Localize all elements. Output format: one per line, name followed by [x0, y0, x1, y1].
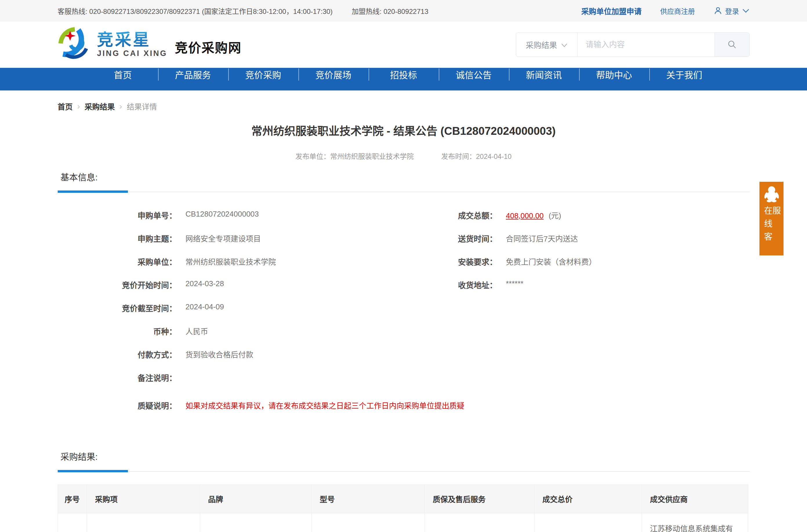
nav-item-about-us[interactable]: 关于我们 — [649, 68, 719, 81]
nav-item-products[interactable]: 产品服务 — [158, 68, 228, 81]
main-nav: 首页 产品服务 竞价采购 竞价展场 招投标 诚信公告 新闻资讯 帮助中心 关于我… — [0, 68, 807, 91]
field-install-requirement: 安装要求： 免费上门安装（含材料费） — [377, 256, 597, 279]
amount-unit: (元) — [549, 211, 561, 220]
search-group: 采购结果 — [516, 33, 750, 57]
login-label: 登录 — [725, 6, 739, 16]
table-row: 1 网络安全专项建设 无 无 按行业标准提供服务 408,000.00 江苏移动… — [58, 513, 748, 532]
nav-item-home[interactable]: 首页 — [88, 68, 158, 81]
cell-index: 1 — [58, 513, 87, 532]
cell-warranty: 按行业标准提供服务 — [425, 513, 534, 532]
field-objection-notice: 质疑说明： 如果对成交结果有异议，请在发布成交结果之日起三个工作日内向采购单位提… — [58, 400, 465, 423]
field-delivery-time: 送货时间： 合同签订后7天内送达 — [377, 233, 597, 256]
search-button[interactable] — [714, 33, 749, 57]
breadcrumb-separator-icon: › — [77, 102, 80, 111]
search-category-value: 采购结果 — [526, 39, 557, 51]
basic-info-fields: 申购单号： CB128072024000003 申购主题： 网络安全专项建设项目… — [58, 210, 750, 418]
purchase-unit-join-link[interactable]: 采购单位加盟申请 — [581, 5, 641, 16]
basic-info-title: 基本信息: — [58, 170, 750, 183]
field-currency: 币种： 人民币 — [58, 326, 465, 349]
service-hotline: 客服热线: 020-80922713/80922307/80922371 (国家… — [58, 6, 333, 16]
logo-swirl-icon — [58, 27, 93, 62]
site-name: 竞价采购网 — [175, 38, 242, 56]
nav-item-bidding-purchase[interactable]: 竞价采购 — [228, 68, 298, 81]
field-remarks: 备注说明： — [58, 372, 465, 395]
section-divider — [58, 190, 750, 192]
site-header: 竞采星 JING CAI XING 竞价采购网 采购结果 — [0, 21, 807, 68]
topbar: 客服热线: 020-80922713/80922307/80922371 (国家… — [0, 0, 807, 21]
online-service-label: 在线客服 — [763, 206, 780, 255]
qq-penguin-icon — [763, 185, 781, 203]
field-delivery-address: 收货地址： ****** — [377, 279, 597, 302]
logo-text: 竞采星 — [97, 31, 168, 49]
site-logo[interactable]: 竞采星 JING CAI XING 竞价采购网 — [58, 27, 242, 62]
user-icon — [714, 6, 722, 15]
online-service-button[interactable]: 在线客服 — [759, 182, 784, 255]
nav-item-help-center[interactable]: 帮助中心 — [579, 68, 649, 81]
search-input[interactable] — [578, 33, 714, 57]
cell-model: 无 — [312, 513, 425, 532]
nav-item-news[interactable]: 新闻资讯 — [509, 68, 579, 81]
cell-item: 网络安全专项建设 — [87, 513, 200, 532]
col-index: 序号 — [58, 485, 87, 513]
chevron-down-icon — [742, 8, 750, 13]
total-amount-link[interactable]: 408,000.00 — [506, 211, 544, 220]
col-brand: 品牌 — [200, 485, 312, 513]
section-divider — [58, 469, 750, 472]
nav-item-integrity-notice[interactable]: 诚信公告 — [439, 68, 509, 81]
cell-total-price: 408,000.00 — [534, 513, 642, 532]
col-supplier: 成交供应商 — [642, 485, 748, 513]
col-warranty: 质保及售后服务 — [425, 485, 534, 513]
result-table: 序号 采购项 品牌 型号 质保及售后服务 成交总价 成交供应商 1 网络安全专项… — [58, 484, 748, 532]
publish-info: 发布单位：常州纺织服装职业技术学院 发布时间：2024-04-10 — [58, 151, 750, 161]
publish-unit: 发布单位：常州纺织服装职业技术学院 — [296, 152, 414, 160]
table-header-row: 序号 采购项 品牌 型号 质保及售后服务 成交总价 成交供应商 — [58, 485, 748, 513]
breadcrumb-results[interactable]: 采购结果 — [85, 101, 115, 112]
col-item: 采购项 — [87, 485, 200, 513]
col-total-price: 成交总价 — [534, 485, 642, 513]
page-title: 常州纺织服装职业技术学院 - 结果公告 (CB128072024000003) — [58, 122, 750, 138]
result-title: 采购结果: — [58, 450, 750, 462]
breadcrumb: 首页 › 采购结果 › 结果详情 — [58, 101, 750, 112]
basic-info-section-header: 基本信息: — [58, 170, 750, 192]
chevron-down-icon — [561, 40, 567, 49]
cell-brand: 无 — [200, 513, 312, 532]
supplier-register-link[interactable]: 供应商注册 — [660, 6, 695, 16]
nav-item-bidding-hall[interactable]: 竞价展场 — [298, 68, 369, 81]
col-model: 型号 — [312, 485, 425, 513]
field-payment-method: 付款方式： 货到验收合格后付款 — [58, 349, 465, 372]
field-end-time: 竞价截至时间： 2024-04-09 — [58, 302, 465, 326]
breadcrumb-separator-icon: › — [119, 102, 122, 111]
nav-item-tenders[interactable]: 招投标 — [369, 68, 439, 81]
join-hotline: 加盟热线: 020-80922713 — [352, 6, 428, 16]
breadcrumb-current: 结果详情 — [127, 101, 157, 112]
breadcrumb-home[interactable]: 首页 — [58, 101, 73, 112]
result-section-header: 采购结果: — [58, 450, 750, 472]
login-button[interactable]: 登录 — [714, 6, 750, 16]
logo-subtext: JING CAI XING — [97, 49, 168, 58]
cell-supplier: 江苏移动信息系统集成有限公司 — [642, 513, 748, 532]
search-category-select[interactable]: 采购结果 — [516, 33, 578, 57]
search-icon — [727, 39, 737, 50]
field-total-amount: 成交总额： 408,000.00 (元) — [377, 210, 597, 233]
publish-time: 发布时间：2024-04-10 — [441, 152, 511, 160]
main-content: 首页 › 采购结果 › 结果详情 常州纺织服装职业技术学院 - 结果公告 (CB… — [58, 101, 750, 532]
